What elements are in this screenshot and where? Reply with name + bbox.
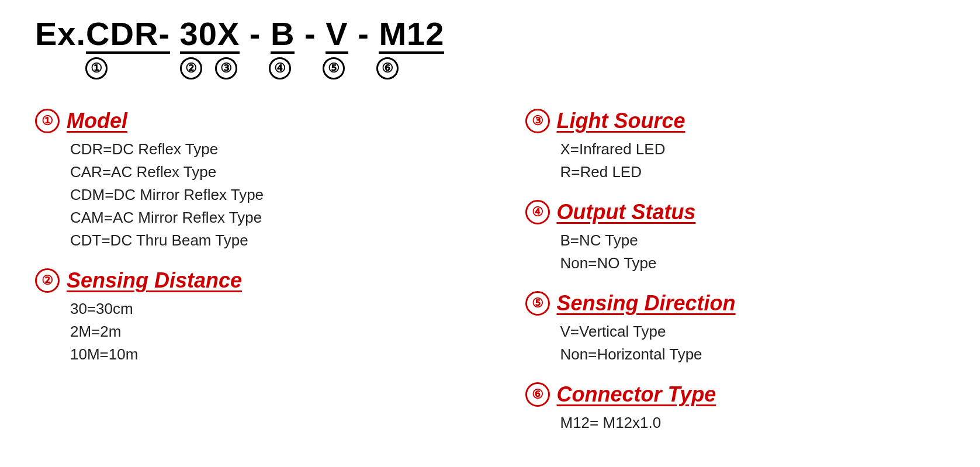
sensing-direction-item-2: Non=Horizontal Type xyxy=(560,345,946,364)
sensing-distance-item-1: 30=30cm xyxy=(70,300,455,318)
sensing-direction-title-text: Sensing Direction xyxy=(557,291,736,316)
light-source-circle-num: ③ xyxy=(525,109,550,133)
model-item-4: CAM=AC Mirror Reflex Type xyxy=(70,209,455,227)
sensing-direction-item-1: V=Vertical Type xyxy=(560,323,946,341)
output-status-item-2: Non=NO Type xyxy=(560,254,946,272)
light-source-item-1: X=Infrared LED xyxy=(560,140,946,158)
circle-2: ② xyxy=(180,57,202,79)
light-source-title-text: Light Source xyxy=(557,109,685,133)
sensing-distance-title: ② Sensing Distance xyxy=(35,268,455,293)
section-light-source: ③ Light Source X=Infrared LED R=Red LED xyxy=(525,109,946,181)
formula-part1: CDR- xyxy=(86,18,170,54)
section-output-status: ④ Output Status B=NC Type Non=NO Type xyxy=(525,200,946,272)
formula-part3: X xyxy=(217,18,240,54)
sensing-distance-item-2: 2M=2m xyxy=(70,323,455,341)
circle-6: ⑥ xyxy=(376,57,399,79)
model-items: CDR=DC Reflex Type CAR=AC Reflex Type CD… xyxy=(35,140,455,250)
circle-3: ③ xyxy=(215,57,237,79)
right-column: ③ Light Source X=Infrared LED R=Red LED … xyxy=(479,109,946,451)
model-item-2: CAR=AC Reflex Type xyxy=(70,163,455,181)
formula-part4: B xyxy=(271,18,295,54)
model-item-1: CDR=DC Reflex Type xyxy=(70,140,455,158)
circle-4: ④ xyxy=(269,57,291,79)
connector-type-items: M12= M12x1.0 xyxy=(525,414,946,432)
section-model-title: ① Model xyxy=(35,109,455,133)
sensing-direction-title: ⑤ Sensing Direction xyxy=(525,291,946,316)
circle-1: ① xyxy=(85,57,108,79)
page-wrapper: Ex.CDR- 30X - B - V - M12 ① ② ③ ④ ⑤ ⑥ ① … xyxy=(0,0,980,467)
sensing-distance-item-3: 10M=10m xyxy=(70,345,455,364)
sensing-direction-circle-num: ⑤ xyxy=(525,291,550,316)
connector-type-title-text: Connector Type xyxy=(557,382,716,407)
formula-part6: M12 xyxy=(379,18,444,54)
circle-5: ⑤ xyxy=(323,57,345,79)
section-sensing-direction: ⑤ Sensing Direction V=Vertical Type Non=… xyxy=(525,291,946,364)
formula-ex: Ex. xyxy=(35,15,86,52)
formula-numbers: ① ② ③ ④ ⑤ ⑥ xyxy=(35,57,945,79)
formula-part5: V xyxy=(325,18,348,54)
output-status-circle-num: ④ xyxy=(525,200,550,224)
sensing-distance-title-text: Sensing Distance xyxy=(67,268,242,293)
model-title-text: Model xyxy=(67,109,127,133)
sensing-distance-circle-num: ② xyxy=(35,268,60,293)
section-sensing-distance: ② Sensing Distance 30=30cm 2M=2m 10M=10m xyxy=(35,268,455,364)
light-source-title: ③ Light Source xyxy=(525,109,946,133)
sensing-distance-items: 30=30cm 2M=2m 10M=10m xyxy=(35,300,455,364)
connector-type-item-1: M12= M12x1.0 xyxy=(560,414,946,432)
output-status-item-1: B=NC Type xyxy=(560,231,946,250)
left-column: ① Model CDR=DC Reflex Type CAR=AC Reflex… xyxy=(35,109,479,451)
main-content: ① Model CDR=DC Reflex Type CAR=AC Reflex… xyxy=(35,109,945,451)
output-status-title-text: Output Status xyxy=(557,200,696,224)
model-circle-num: ① xyxy=(35,109,60,133)
light-source-items: X=Infrared LED R=Red LED xyxy=(525,140,946,181)
connector-type-title: ⑥ Connector Type xyxy=(525,382,946,407)
formula-part2: 30 xyxy=(180,18,217,54)
formula-text: Ex.CDR- 30X - B - V - M12 xyxy=(35,18,945,54)
formula-display: Ex.CDR- 30X - B - V - M12 ① ② ③ ④ ⑤ ⑥ xyxy=(35,18,945,79)
output-status-items: B=NC Type Non=NO Type xyxy=(525,231,946,272)
model-item-5: CDT=DC Thru Beam Type xyxy=(70,231,455,250)
model-item-3: CDM=DC Mirror Reflex Type xyxy=(70,186,455,204)
connector-type-circle-num: ⑥ xyxy=(525,382,550,407)
section-connector-type: ⑥ Connector Type M12= M12x1.0 xyxy=(525,382,946,432)
light-source-item-2: R=Red LED xyxy=(560,163,946,181)
sensing-direction-items: V=Vertical Type Non=Horizontal Type xyxy=(525,323,946,364)
section-model: ① Model CDR=DC Reflex Type CAR=AC Reflex… xyxy=(35,109,455,250)
output-status-title: ④ Output Status xyxy=(525,200,946,224)
